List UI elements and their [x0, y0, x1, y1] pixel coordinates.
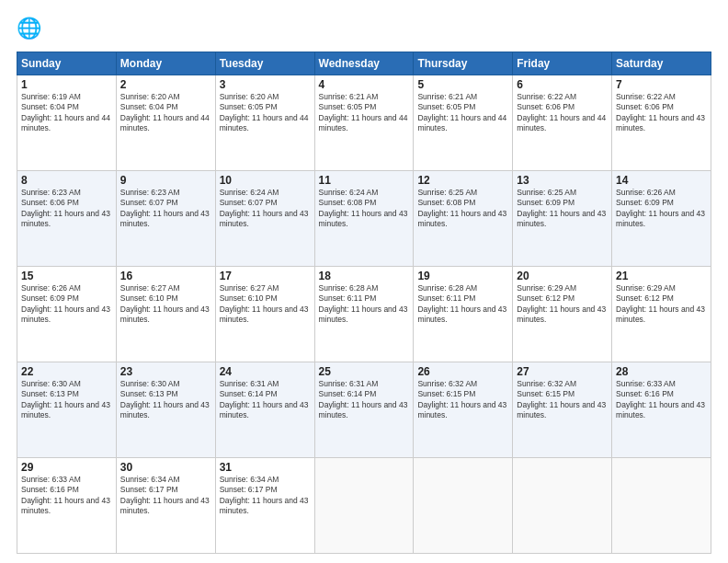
- calendar-cell: 29Sunrise: 6:33 AMSunset: 6:16 PMDayligh…: [17, 458, 117, 554]
- calendar-cell: 22Sunrise: 6:30 AMSunset: 6:13 PMDayligh…: [17, 362, 117, 458]
- day-info: Sunrise: 6:22 AMSunset: 6:06 PMDaylight:…: [517, 92, 608, 134]
- calendar-cell: 7Sunrise: 6:22 AMSunset: 6:06 PMDaylight…: [612, 75, 711, 171]
- calendar-cell: 16Sunrise: 6:27 AMSunset: 6:10 PMDayligh…: [116, 267, 215, 362]
- day-info: Sunrise: 6:26 AMSunset: 6:09 PMDaylight:…: [21, 283, 112, 326]
- calendar-week-row: 22Sunrise: 6:30 AMSunset: 6:13 PMDayligh…: [17, 362, 711, 458]
- day-info: Sunrise: 6:23 AMSunset: 6:07 PMDaylight:…: [120, 188, 211, 230]
- calendar-cell: 4Sunrise: 6:21 AMSunset: 6:05 PMDaylight…: [314, 75, 414, 171]
- calendar-table: SundayMondayTuesdayWednesdayThursdayFrid…: [17, 52, 711, 554]
- day-number: 8: [21, 174, 112, 187]
- calendar-cell: 12Sunrise: 6:25 AMSunset: 6:08 PMDayligh…: [414, 171, 513, 267]
- day-number: 20: [517, 270, 608, 282]
- svg-text:🌐: 🌐: [17, 17, 42, 40]
- calendar-cell: 31Sunrise: 6:34 AMSunset: 6:17 PMDayligh…: [215, 458, 314, 554]
- day-info: Sunrise: 6:20 AMSunset: 6:04 PMDaylight:…: [120, 92, 211, 134]
- calendar-cell: 13Sunrise: 6:25 AMSunset: 6:09 PMDayligh…: [513, 171, 612, 267]
- day-header-wednesday: Wednesday: [314, 52, 414, 75]
- calendar-cell: [513, 458, 612, 554]
- day-number: 5: [417, 78, 508, 91]
- calendar-cell: 17Sunrise: 6:27 AMSunset: 6:10 PMDayligh…: [215, 267, 314, 362]
- logo-icon: 🌐: [17, 17, 42, 42]
- calendar-cell: 20Sunrise: 6:29 AMSunset: 6:12 PMDayligh…: [513, 267, 612, 362]
- day-number: 17: [220, 270, 311, 282]
- page-header: 🌐: [17, 17, 711, 42]
- day-number: 11: [319, 174, 410, 187]
- calendar-week-row: 8Sunrise: 6:23 AMSunset: 6:06 PMDaylight…: [17, 171, 711, 267]
- day-number: 3: [220, 78, 311, 91]
- day-info: Sunrise: 6:25 AMSunset: 6:08 PMDaylight:…: [417, 188, 508, 230]
- day-info: Sunrise: 6:24 AMSunset: 6:07 PMDaylight:…: [220, 188, 311, 230]
- day-number: 10: [220, 174, 311, 187]
- day-number: 2: [120, 78, 211, 91]
- day-number: 1: [21, 78, 112, 91]
- day-number: 4: [319, 78, 410, 91]
- calendar-cell: 6Sunrise: 6:22 AMSunset: 6:06 PMDaylight…: [513, 75, 612, 171]
- day-info: Sunrise: 6:30 AMSunset: 6:13 PMDaylight:…: [21, 379, 112, 421]
- day-info: Sunrise: 6:28 AMSunset: 6:11 PMDaylight:…: [417, 283, 508, 326]
- calendar-cell: 28Sunrise: 6:33 AMSunset: 6:16 PMDayligh…: [612, 362, 711, 458]
- day-info: Sunrise: 6:32 AMSunset: 6:15 PMDaylight:…: [417, 379, 508, 421]
- day-info: Sunrise: 6:30 AMSunset: 6:13 PMDaylight:…: [120, 379, 211, 421]
- day-number: 6: [517, 78, 608, 91]
- day-number: 29: [21, 461, 112, 474]
- day-number: 19: [417, 270, 508, 282]
- day-info: Sunrise: 6:24 AMSunset: 6:08 PMDaylight:…: [319, 188, 410, 230]
- calendar-cell: 10Sunrise: 6:24 AMSunset: 6:07 PMDayligh…: [215, 171, 314, 267]
- day-info: Sunrise: 6:20 AMSunset: 6:05 PMDaylight:…: [220, 92, 311, 134]
- calendar-header-row: SundayMondayTuesdayWednesdayThursdayFrid…: [17, 52, 711, 75]
- day-header-monday: Monday: [116, 52, 215, 75]
- day-info: Sunrise: 6:34 AMSunset: 6:17 PMDaylight:…: [220, 475, 311, 517]
- day-info: Sunrise: 6:27 AMSunset: 6:10 PMDaylight:…: [120, 283, 211, 326]
- day-header-tuesday: Tuesday: [215, 52, 314, 75]
- day-info: Sunrise: 6:26 AMSunset: 6:09 PMDaylight:…: [616, 188, 707, 230]
- calendar-cell: 2Sunrise: 6:20 AMSunset: 6:04 PMDaylight…: [116, 75, 215, 171]
- day-info: Sunrise: 6:27 AMSunset: 6:10 PMDaylight:…: [220, 283, 311, 326]
- day-info: Sunrise: 6:33 AMSunset: 6:16 PMDaylight:…: [21, 475, 112, 517]
- calendar-cell: [612, 458, 711, 554]
- day-info: Sunrise: 6:19 AMSunset: 6:04 PMDaylight:…: [21, 92, 112, 134]
- day-info: Sunrise: 6:29 AMSunset: 6:12 PMDaylight:…: [616, 283, 707, 326]
- calendar-cell: 8Sunrise: 6:23 AMSunset: 6:06 PMDaylight…: [17, 171, 117, 267]
- calendar-cell: 5Sunrise: 6:21 AMSunset: 6:05 PMDaylight…: [414, 75, 513, 171]
- day-number: 18: [319, 270, 410, 282]
- day-number: 23: [120, 365, 211, 378]
- calendar-cell: 14Sunrise: 6:26 AMSunset: 6:09 PMDayligh…: [612, 171, 711, 267]
- day-info: Sunrise: 6:21 AMSunset: 6:05 PMDaylight:…: [417, 92, 508, 134]
- day-info: Sunrise: 6:31 AMSunset: 6:14 PMDaylight:…: [220, 379, 311, 421]
- day-number: 12: [417, 174, 508, 187]
- calendar-cell: [414, 458, 513, 554]
- calendar-cell: 23Sunrise: 6:30 AMSunset: 6:13 PMDayligh…: [116, 362, 215, 458]
- calendar-cell: [314, 458, 414, 554]
- day-number: 25: [319, 365, 410, 378]
- day-info: Sunrise: 6:29 AMSunset: 6:12 PMDaylight:…: [517, 283, 608, 326]
- calendar-cell: 26Sunrise: 6:32 AMSunset: 6:15 PMDayligh…: [414, 362, 513, 458]
- day-number: 28: [616, 365, 707, 378]
- day-number: 26: [417, 365, 508, 378]
- logo: 🌐: [17, 17, 46, 42]
- calendar-cell: 21Sunrise: 6:29 AMSunset: 6:12 PMDayligh…: [612, 267, 711, 362]
- day-info: Sunrise: 6:33 AMSunset: 6:16 PMDaylight:…: [616, 379, 707, 421]
- calendar-week-row: 1Sunrise: 6:19 AMSunset: 6:04 PMDaylight…: [17, 75, 711, 171]
- day-info: Sunrise: 6:22 AMSunset: 6:06 PMDaylight:…: [616, 92, 707, 134]
- day-header-sunday: Sunday: [17, 52, 117, 75]
- day-info: Sunrise: 6:34 AMSunset: 6:17 PMDaylight:…: [120, 475, 211, 517]
- day-number: 22: [21, 365, 112, 378]
- calendar-cell: 30Sunrise: 6:34 AMSunset: 6:17 PMDayligh…: [116, 458, 215, 554]
- day-number: 24: [220, 365, 311, 378]
- day-number: 14: [616, 174, 707, 187]
- day-info: Sunrise: 6:25 AMSunset: 6:09 PMDaylight:…: [517, 188, 608, 230]
- calendar-cell: 24Sunrise: 6:31 AMSunset: 6:14 PMDayligh…: [215, 362, 314, 458]
- calendar-cell: 15Sunrise: 6:26 AMSunset: 6:09 PMDayligh…: [17, 267, 117, 362]
- calendar-week-row: 29Sunrise: 6:33 AMSunset: 6:16 PMDayligh…: [17, 458, 711, 554]
- calendar-cell: 25Sunrise: 6:31 AMSunset: 6:14 PMDayligh…: [314, 362, 414, 458]
- calendar-cell: 11Sunrise: 6:24 AMSunset: 6:08 PMDayligh…: [314, 171, 414, 267]
- calendar-cell: 1Sunrise: 6:19 AMSunset: 6:04 PMDaylight…: [17, 75, 117, 171]
- day-info: Sunrise: 6:23 AMSunset: 6:06 PMDaylight:…: [21, 188, 112, 230]
- day-header-saturday: Saturday: [612, 52, 711, 75]
- day-number: 15: [21, 270, 112, 282]
- calendar-cell: 27Sunrise: 6:32 AMSunset: 6:15 PMDayligh…: [513, 362, 612, 458]
- calendar-cell: 3Sunrise: 6:20 AMSunset: 6:05 PMDaylight…: [215, 75, 314, 171]
- day-number: 13: [517, 174, 608, 187]
- day-number: 31: [220, 461, 311, 474]
- day-number: 16: [120, 270, 211, 282]
